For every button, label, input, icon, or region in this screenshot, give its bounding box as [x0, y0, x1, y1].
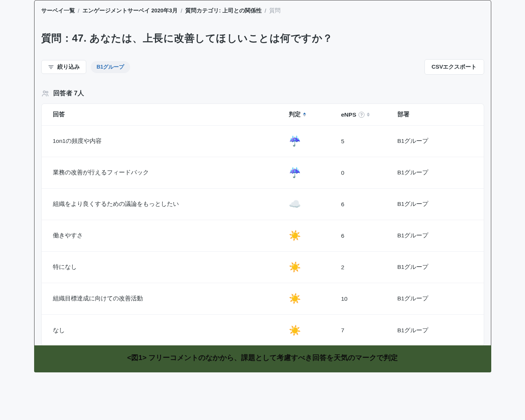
cell-judgement-sun-icon: ☀️: [289, 325, 341, 336]
cell-enps: 10: [341, 296, 398, 302]
cell-judgement-sun-icon: ☀️: [289, 293, 341, 304]
table-row[interactable]: なし☀️7B1グループ: [42, 315, 484, 346]
cell-answer: 組織をより良くするための議論をもっとしたい: [53, 200, 289, 208]
cell-judgement-rain-icon: ☔: [289, 167, 341, 178]
cell-judgement-cloud-icon: ☁️: [289, 198, 341, 210]
cell-department: B1グループ: [398, 169, 472, 177]
respondent-count: 回答者 7人: [34, 89, 491, 98]
cell-enps: 2: [341, 264, 398, 271]
toolbar: 絞り込み B1グループ CSVエクスポート: [34, 59, 491, 75]
cell-department: B1グループ: [398, 327, 472, 334]
col-header-enps[interactable]: eNPS ?: [341, 111, 398, 118]
svg-point-4: [46, 91, 48, 93]
cell-answer: 組織目標達成に向けての改善活動: [53, 295, 289, 303]
table-row[interactable]: 1on1の頻度や内容☔5B1グループ: [42, 126, 484, 157]
breadcrumb-separator: /: [181, 8, 182, 14]
table-row[interactable]: 組織目標達成に向けての改善活動☀️10B1グループ: [42, 283, 484, 315]
cell-judgement-rain-icon: ☔: [289, 135, 341, 147]
cell-judgement-sun-icon: ☀️: [289, 230, 341, 242]
cell-department: B1グループ: [398, 295, 472, 303]
filter-button-label: 絞り込み: [57, 63, 80, 70]
cell-enps: 7: [341, 327, 398, 334]
respondent-label-suffix: 人: [78, 90, 84, 97]
breadcrumb-separator: /: [265, 8, 266, 14]
col-header-answer: 回答: [53, 111, 289, 118]
breadcrumb: サーベイ一覧 / エンゲージメントサーベイ 2020年3月 / 質問カテゴリ: …: [34, 7, 491, 14]
figure-caption: <図1> フリーコメントのなかから、課題として考慮すべき回答を天気のマークで判定: [34, 345, 491, 372]
cell-enps: 6: [341, 201, 398, 208]
cell-enps: 6: [341, 232, 398, 239]
people-icon: [41, 89, 50, 98]
filter-chip-group[interactable]: B1グループ: [91, 61, 130, 73]
cell-answer: 業務の改善が行えるフィードバック: [53, 169, 289, 177]
svg-point-3: [43, 91, 45, 93]
col-header-judgement[interactable]: 判定: [289, 111, 341, 118]
table-row[interactable]: 働きやすさ☀️6B1グループ: [42, 220, 484, 252]
cell-answer: 働きやすさ: [53, 232, 289, 240]
cell-answer: なし: [53, 327, 289, 334]
cell-department: B1グループ: [398, 263, 472, 271]
table-header: 回答 判定 eNPS ? 部署: [42, 104, 484, 126]
breadcrumb-current: 質問: [269, 7, 280, 14]
help-icon[interactable]: ?: [358, 112, 364, 118]
page-title: 質問：47. あなたは、上長に改善してほしいことは何ですか？: [34, 32, 491, 45]
table-row[interactable]: 特になし☀️2B1グループ: [42, 252, 484, 283]
sort-icon: [303, 112, 306, 117]
respondent-count-value: 7: [74, 90, 77, 97]
cell-department: B1グループ: [398, 200, 472, 208]
cell-judgement-sun-icon: ☀️: [289, 261, 341, 273]
filter-icon: [48, 64, 54, 70]
breadcrumb-link-survey-name[interactable]: エンゲージメントサーベイ 2020年3月: [82, 7, 178, 14]
csv-export-button[interactable]: CSVエクスポート: [424, 59, 484, 75]
table-row[interactable]: 業務の改善が行えるフィードバック☔0B1グループ: [42, 157, 484, 189]
sort-icon: [367, 112, 370, 117]
cell-answer: 1on1の頻度や内容: [53, 137, 289, 145]
breadcrumb-link-category[interactable]: 質問カテゴリ: 上司との関係性: [185, 7, 262, 14]
cell-department: B1グループ: [398, 137, 472, 145]
cell-answer: 特になし: [53, 263, 289, 271]
breadcrumb-link-surveys[interactable]: サーベイ一覧: [41, 7, 75, 14]
table-row[interactable]: 組織をより良くするための議論をもっとしたい☁️6B1グループ: [42, 189, 484, 220]
cell-enps: 0: [341, 170, 398, 176]
breadcrumb-separator: /: [78, 8, 80, 14]
cell-department: B1グループ: [398, 232, 472, 240]
filter-button[interactable]: 絞り込み: [41, 60, 86, 74]
responses-table: 回答 判定 eNPS ? 部署 1on1の頻度や内容☔5B1グループ業務の改善が…: [41, 104, 484, 346]
respondent-label-prefix: 回答者: [53, 90, 72, 97]
col-header-department: 部署: [398, 111, 472, 118]
cell-enps: 5: [341, 138, 398, 145]
